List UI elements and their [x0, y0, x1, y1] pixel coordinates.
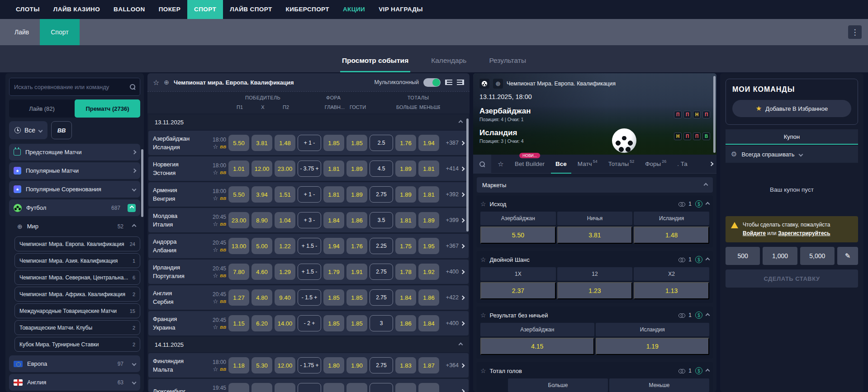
- odd-x[interactable]: 6.20: [251, 315, 272, 331]
- match-row[interactable]: Люксембург19:45☆BB: [148, 379, 469, 392]
- odd-p1[interactable]: 13.00: [228, 238, 249, 254]
- market-search-button[interactable]: [473, 155, 491, 174]
- odd-p1[interactable]: 23.00: [228, 212, 249, 228]
- mode-tab-1[interactable]: Прематч (2736): [75, 99, 140, 118]
- more-markets-link[interactable]: +387: [441, 140, 464, 146]
- date-row[interactable]: 14.11.2025: [148, 337, 469, 352]
- favorite-star-icon[interactable]: ☆: [213, 366, 218, 372]
- odd-p1[interactable]: [228, 383, 249, 392]
- kebab-menu-button[interactable]: ⋮: [848, 25, 862, 39]
- odd-under[interactable]: 1.81: [418, 186, 439, 203]
- odd-p2[interactable]: 9.40: [275, 289, 295, 306]
- handicap-line[interactable]: + 1.5 -: [298, 238, 321, 254]
- odd-over[interactable]: 1.83: [395, 357, 416, 373]
- favorite-star-icon[interactable]: ☆: [213, 144, 218, 150]
- sidebar-scrollbar[interactable]: [141, 149, 143, 217]
- odd-handicap-away[interactable]: 1.90: [346, 357, 367, 373]
- sidebar-quick-link-1[interactable]: ★Популярные Матчи: [9, 162, 140, 179]
- market-header[interactable]: ☆Тотал голов1$: [480, 363, 709, 378]
- sidebar-league-3[interactable]: Чемпионат Мира. Африка. Квалификация2: [14, 287, 140, 302]
- favorite-star-icon[interactable]: ☆: [213, 195, 218, 201]
- odd-under[interactable]: 1.92: [418, 264, 439, 280]
- odd-over[interactable]: 1.89: [395, 186, 416, 203]
- favorite-star-icon[interactable]: ☆: [480, 256, 486, 263]
- odd-handicap-home[interactable]: [323, 383, 344, 392]
- outcome-odd[interactable]: 1.13: [634, 282, 709, 299]
- total-line[interactable]: 4.5: [370, 161, 393, 177]
- total-line[interactable]: 2.25: [370, 238, 393, 254]
- handicap-line[interactable]: + 1.5 -: [298, 264, 321, 280]
- handicap-line[interactable]: [298, 383, 321, 392]
- market-tab-0[interactable]: Bet BuilderНОВИ...: [510, 155, 549, 174]
- outcome-odd[interactable]: 1.23: [557, 282, 633, 299]
- topnav-item-8[interactable]: VIP НАГРАДЫ: [372, 0, 430, 19]
- odd-x[interactable]: 4.80: [251, 289, 272, 306]
- market-header[interactable]: ☆Двойной Шанс1$: [480, 252, 709, 267]
- date-row[interactable]: 13.11.2025: [148, 114, 469, 130]
- odd-x[interactable]: 4.60: [251, 264, 272, 280]
- outcome-odd[interactable]: 1.48: [634, 227, 709, 244]
- match-row[interactable]: АндорраАлбания20:45☆BB13.005.001.22+ 1.5…: [148, 234, 469, 258]
- more-markets-link[interactable]: +399: [441, 217, 464, 223]
- view-tab-2[interactable]: Результаты: [487, 57, 528, 72]
- market-tab-2[interactable]: Матч54: [573, 155, 602, 174]
- outcome-odd[interactable]: 5.50: [480, 227, 556, 244]
- odd-under[interactable]: 1.89: [418, 212, 439, 228]
- odd-p2[interactable]: 12.00: [275, 357, 295, 373]
- market-header[interactable]: ☆Исход1$: [480, 196, 709, 212]
- match-row[interactable]: ИрландияПортугалия20:45☆BB7.804.601.29+ …: [148, 260, 469, 284]
- odd-p2[interactable]: 1.22: [275, 238, 295, 254]
- odd-x[interactable]: 5.30: [251, 357, 272, 373]
- total-line[interactable]: [370, 383, 393, 392]
- stake-0[interactable]: 500: [726, 247, 760, 265]
- odd-handicap-home[interactable]: 1.85: [323, 135, 344, 151]
- event-list-scrollbar[interactable]: [466, 118, 469, 231]
- favorite-star-icon[interactable]: ☆: [213, 170, 218, 175]
- odd-p1[interactable]: 1.15: [228, 315, 249, 331]
- odd-handicap-away[interactable]: 1.91: [346, 264, 367, 280]
- more-markets-link[interactable]: +400: [441, 320, 464, 326]
- more-markets-link[interactable]: +414: [441, 165, 464, 172]
- odd-handicap-home[interactable]: 1.85: [323, 289, 344, 306]
- view-tab-0[interactable]: Просмотр события: [340, 57, 410, 72]
- total-line[interactable]: 3: [370, 315, 393, 331]
- list-view-icon[interactable]: [445, 80, 452, 85]
- odd-handicap-home[interactable]: 1.85: [323, 315, 344, 331]
- handicap-line[interactable]: - 1.75 +: [298, 357, 321, 373]
- match-row[interactable]: НорвегияЭстония18:00☆BB1.0112.0023.00- 3…: [148, 156, 469, 181]
- time-filter-dropdown[interactable]: Все: [9, 121, 47, 139]
- sidebar-league-2[interactable]: Чемпионат Мира. Северная, Центральна...6: [14, 270, 140, 285]
- sidebar-country-0[interactable]: Европа97: [9, 355, 140, 372]
- odd-handicap-home[interactable]: 1.84: [323, 212, 344, 228]
- market-tab-4[interactable]: Форы26: [640, 155, 671, 174]
- odd-p1[interactable]: 5.50: [228, 135, 249, 151]
- odd-under[interactable]: 1.84: [418, 315, 439, 331]
- favorite-star-icon[interactable]: ☆: [213, 273, 218, 279]
- more-markets-link[interactable]: [441, 390, 464, 392]
- subnav-tab-0[interactable]: Лайв: [4, 19, 40, 45]
- odd-p1[interactable]: 1.18: [228, 357, 249, 373]
- odd-x[interactable]: 5.00: [251, 238, 272, 254]
- odd-over[interactable]: 1.78: [395, 264, 416, 280]
- handicap-line[interactable]: - 3.75 +: [298, 161, 321, 177]
- favorite-star-icon[interactable]: ☆: [480, 200, 486, 208]
- sidebar-league-0[interactable]: Чемпионат Мира. Европа. Квалификация24: [14, 236, 140, 251]
- outcome-odd[interactable]: 1.19: [596, 338, 710, 355]
- favorite-star-icon[interactable]: ☆: [480, 312, 486, 319]
- handicap-line[interactable]: - 2 +: [298, 315, 321, 331]
- odd-handicap-away[interactable]: [346, 383, 367, 392]
- sidebar-league-6[interactable]: Кубок Мира. Турнирные Ставки2: [14, 337, 140, 352]
- favorite-star-icon[interactable]: ☆: [213, 298, 218, 304]
- odd-p1[interactable]: 7.80: [228, 264, 249, 280]
- topnav-item-5[interactable]: ЛАЙВ СПОРТ: [223, 0, 279, 19]
- handicap-line[interactable]: + 3 -: [298, 212, 321, 228]
- odd-x[interactable]: [251, 383, 272, 392]
- match-row[interactable]: АрменияВенгрия18:00☆BB5.503.941.51+ 1 -1…: [148, 182, 469, 207]
- odd-handicap-home[interactable]: 1.94: [323, 238, 344, 254]
- odd-handicap-home[interactable]: 1.80: [323, 357, 344, 373]
- odd-under[interactable]: 1.86: [418, 289, 439, 306]
- odd-p1[interactable]: 1.27: [228, 289, 249, 306]
- odd-handicap-away[interactable]: 1.86: [346, 212, 367, 228]
- odd-handicap-away[interactable]: 1.89: [346, 161, 367, 177]
- odd-p1[interactable]: 5.50: [228, 186, 249, 203]
